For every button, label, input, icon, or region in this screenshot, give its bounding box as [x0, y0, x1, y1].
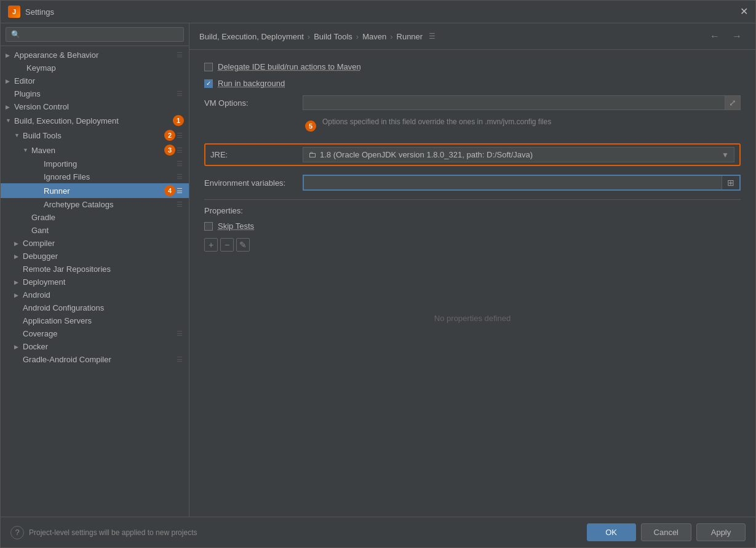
expand-arrow-maven: ▼ [23, 147, 31, 153]
sidebar-label-coverage: Coverage [23, 329, 175, 338]
tree: ▶ Appearance & Behavior ☰ Keymap ▶ Edito… [1, 46, 189, 517]
bottom-right: OK Cancel Apply [587, 523, 746, 541]
sidebar-label-remote-jar: Remote Jar Repositories [23, 264, 184, 274]
sidebar-item-compiler[interactable]: ▶ Compiler [1, 237, 189, 250]
sidebar-label-debugger: Debugger [23, 252, 184, 261]
titlebar-left: J Settings [8, 6, 54, 18]
sidebar-item-ignored-files[interactable]: Ignored Files ☰ [1, 170, 189, 183]
sidebar-item-remote-jar[interactable]: Remote Jar Repositories [1, 263, 189, 276]
sidebar-item-gradle-android[interactable]: Gradle-Android Compiler ☰ [1, 353, 189, 366]
app-icon: J [8, 6, 20, 18]
settings-icon-importing: ☰ [175, 160, 184, 169]
skip-tests-label: Skip Tests [218, 221, 254, 231]
settings-dialog: J Settings ✕ ▶ Appearance & Behavior ☰ K… [0, 0, 756, 548]
breadcrumb: Build, Execution, Deployment › Build Too… [199, 32, 436, 41]
settings-icon-plugins: ☰ [175, 90, 184, 98]
env-vars-input[interactable] [304, 176, 722, 189]
jre-row: JRE: 🗀 1.8 (Oracle OpenJDK version 1.8.0… [204, 143, 741, 166]
sidebar-label-compiler: Compiler [23, 239, 184, 248]
sidebar-item-vcs[interactable]: ▶ Version Control [1, 100, 189, 113]
sidebar-item-android[interactable]: ▶ Android [1, 288, 189, 301]
settings-icon-runner: ☰ [175, 186, 184, 195]
sidebar-item-gant[interactable]: Gant [1, 224, 189, 237]
sidebar-item-deployment[interactable]: ▶ Deployment [1, 276, 189, 288]
apply-button[interactable]: Apply [696, 523, 746, 541]
sidebar-label-vcs: Version Control [14, 102, 184, 111]
delegate-ide-label: Delegate IDE build/run actions to Maven [218, 62, 361, 71]
sidebar-item-gradle[interactable]: Gradle [1, 211, 189, 224]
sidebar-label-app-servers: Application Servers [23, 316, 184, 325]
bottom-left: ? Project-level settings will be applied… [10, 526, 197, 539]
sidebar-item-keymap[interactable]: Keymap [1, 62, 189, 74]
remove-property-button[interactable]: − [220, 238, 234, 252]
help-button[interactable]: ? [10, 526, 24, 539]
sidebar-item-build[interactable]: ▼ Build, Execution, Deployment 1 [1, 113, 189, 128]
sidebar-label-importing: Importing [44, 159, 175, 169]
sidebar-item-editor[interactable]: ▶ Editor [1, 74, 189, 87]
vm-options-info-text: Options specified in this field override… [322, 117, 551, 126]
expand-arrow-build: ▼ [6, 117, 14, 124]
jre-label: JRE: [210, 150, 303, 159]
delegate-ide-row: Delegate IDE build/run actions to Maven [204, 62, 741, 71]
sidebar-item-debugger[interactable]: ▶ Debugger [1, 250, 189, 263]
expand-arrow-compiler: ▶ [14, 240, 23, 247]
search-input[interactable] [6, 27, 184, 42]
breadcrumb-menu-icon: ☰ [429, 32, 436, 41]
sidebar-label-deployment: Deployment [23, 277, 184, 287]
add-property-button[interactable]: + [204, 238, 218, 252]
expand-arrow-android: ▶ [14, 292, 23, 298]
properties-title: Properties: [204, 206, 741, 215]
vm-options-input[interactable] [303, 95, 725, 110]
badge-build: 1 [173, 115, 184, 126]
sidebar-item-app-servers[interactable]: Application Servers [1, 314, 189, 327]
sidebar-label-gant: Gant [31, 226, 184, 235]
vm-options-expand-button[interactable]: ⤢ [725, 95, 741, 110]
run-background-checkbox[interactable] [204, 79, 213, 88]
breadcrumb-back-button[interactable]: ← [706, 30, 723, 43]
sidebar-item-archetype[interactable]: Archetype Catalogs ☰ [1, 198, 189, 211]
expand-arrow-editor: ▶ [6, 78, 14, 84]
sidebar-label-maven: Maven [31, 146, 162, 155]
sidebar-item-android-config[interactable]: Android Configurations [1, 301, 189, 314]
breadcrumb-forward-button[interactable]: → [728, 30, 746, 43]
sidebar-item-maven[interactable]: ▼ Maven 3 ☰ [1, 143, 189, 157]
breadcrumb-part-2: Build Tools [314, 32, 352, 41]
sidebar-label-archetype: Archetype Catalogs [44, 200, 175, 209]
sidebar-item-build-tools[interactable]: ▼ Build Tools 2 ☰ [1, 128, 189, 143]
sidebar-item-plugins[interactable]: Plugins ☰ [1, 87, 189, 100]
sidebar-label-docker: Docker [23, 342, 184, 351]
sidebar-label-gradle-android: Gradle-Android Compiler [23, 355, 175, 364]
properties-area: No properties defined [204, 256, 741, 379]
close-button[interactable]: ✕ [740, 7, 748, 17]
content-area: Build, Execution, Deployment › Build Too… [189, 23, 755, 517]
expand-arrow-docker: ▶ [14, 344, 23, 350]
expand-arrow-appearance: ▶ [6, 52, 14, 58]
settings-icon-appearance: ☰ [175, 51, 184, 60]
sidebar-item-appearance[interactable]: ▶ Appearance & Behavior ☰ [1, 49, 189, 62]
sidebar-label-build-tools: Build Tools [23, 131, 162, 140]
ok-button[interactable]: OK [587, 523, 636, 541]
sidebar-item-coverage[interactable]: Coverage ☰ [1, 327, 189, 340]
sidebar-item-importing[interactable]: Importing ☰ [1, 157, 189, 170]
env-vars-label: Environment variables: [204, 178, 303, 188]
expand-arrow-deployment: ▶ [14, 279, 23, 285]
edit-property-button[interactable]: ✎ [236, 238, 250, 252]
breadcrumb-sep-2: › [356, 32, 359, 41]
jre-folder-icon: 🗀 [308, 150, 316, 159]
main-content: ▶ Appearance & Behavior ☰ Keymap ▶ Edito… [1, 23, 755, 517]
badge-build-tools: 2 [164, 130, 175, 141]
sidebar-item-runner[interactable]: Runner 4 ☰ [1, 183, 189, 198]
sidebar-item-docker[interactable]: ▶ Docker [1, 340, 189, 353]
expand-arrow-vcs: ▶ [6, 104, 14, 110]
sidebar-label-ignored-files: Ignored Files [44, 172, 175, 181]
settings-icon-ignored-files: ☰ [175, 173, 184, 181]
jre-select[interactable]: 🗀 1.8 (Oracle OpenJDK version 1.8.0_321,… [303, 147, 734, 162]
cancel-button[interactable]: Cancel [641, 523, 691, 541]
jre-value: 1.8 (Oracle OpenJDK version 1.8.0_321, p… [320, 150, 718, 159]
skip-tests-checkbox[interactable] [204, 222, 213, 231]
delegate-ide-checkbox[interactable] [204, 63, 213, 71]
jre-dropdown-arrow: ▼ [722, 151, 729, 159]
env-vars-browse-button[interactable]: ⊞ [722, 176, 739, 189]
badge-runner: 4 [164, 185, 175, 196]
skip-tests-row: Skip Tests [204, 221, 741, 231]
